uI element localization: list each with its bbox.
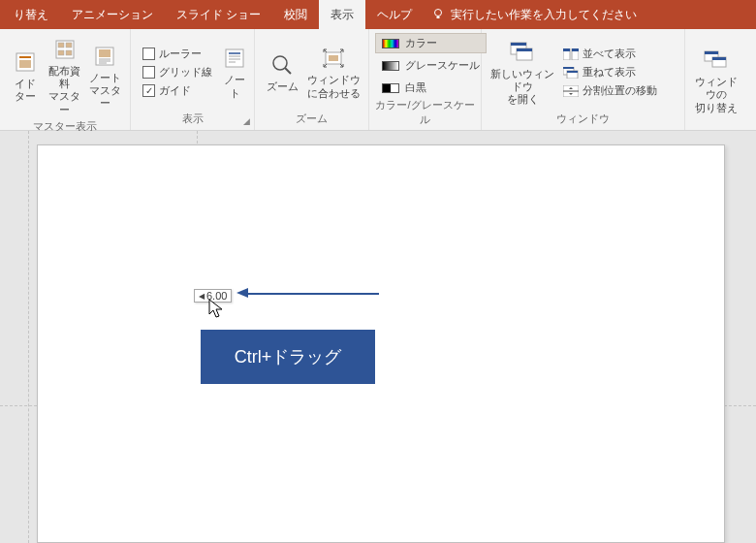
- tell-me-label: 実行したい作業を入力してください: [451, 7, 637, 23]
- arrow-head-icon: [236, 288, 248, 298]
- svg-rect-28: [563, 48, 570, 51]
- svg-rect-38: [705, 51, 718, 54]
- group-color-label: カラー/グレースケール: [375, 98, 475, 129]
- ruler-label: ルーラー: [159, 47, 202, 61]
- ribbon-tab-bar: り替え アニメーション スライド ショー 校閲 表示 ヘルプ 実行したい作業を入…: [0, 0, 756, 29]
- notes-master-label: ノート マスター: [87, 72, 123, 111]
- handout-master-icon: [51, 36, 79, 63]
- checkbox-icon: [142, 66, 155, 79]
- color-button[interactable]: カラー: [375, 33, 487, 53]
- notes-master-icon: [91, 43, 118, 70]
- svg-line-20: [285, 68, 291, 74]
- svg-rect-5: [58, 43, 64, 48]
- shape-text: Ctrl+ドラッグ: [235, 345, 342, 368]
- svg-rect-26: [517, 48, 532, 51]
- new-window-label: 新しいウィンドウ を開く: [488, 68, 556, 107]
- arrange-all-button[interactable]: 並べて表示: [559, 46, 661, 62]
- svg-rect-22: [329, 55, 338, 61]
- svg-rect-7: [58, 50, 64, 55]
- zoom-label: ズーム: [267, 80, 299, 93]
- split-icon: [563, 84, 579, 98]
- bw-swatch-icon: [382, 83, 399, 93]
- group-switch-windows: ウィンドウの 切り替え: [685, 29, 747, 130]
- arrow-line: [248, 293, 379, 295]
- svg-rect-6: [66, 43, 72, 48]
- fit-window-icon: [320, 45, 347, 72]
- checkbox-icon: [142, 48, 155, 60]
- gridlines-label: グリッド線: [159, 65, 212, 80]
- slide-master-icon: [12, 48, 39, 76]
- svg-rect-30: [572, 48, 579, 51]
- checkbox-checked-icon: ✓: [142, 84, 155, 97]
- svg-rect-2: [19, 56, 31, 58]
- switch-windows-icon: [703, 47, 730, 74]
- switch-windows-button[interactable]: ウィンドウの 切り替え: [691, 44, 741, 117]
- group-window-label: ウィンドウ: [488, 112, 678, 128]
- svg-rect-8: [66, 50, 72, 55]
- cascade-label: 重ねて表示: [583, 65, 636, 80]
- svg-rect-34: [567, 71, 578, 73]
- guide-position-tooltip: ◀ 6.00: [194, 289, 232, 303]
- tab-transitions[interactable]: り替え: [2, 0, 60, 29]
- fit-window-button[interactable]: ウィンドウ に合わせる: [305, 42, 362, 102]
- tab-review[interactable]: 校閲: [272, 0, 319, 29]
- slide-master-button[interactable]: イド ター: [6, 46, 44, 106]
- guide-position-value: 6.00: [206, 290, 227, 302]
- notes-pane-label: ノー ト: [224, 74, 245, 99]
- blackwhite-button[interactable]: 白黒: [375, 78, 487, 98]
- slide[interactable]: [37, 144, 725, 543]
- fit-window-label: ウィンドウ に合わせる: [307, 74, 361, 99]
- cascade-icon: [563, 66, 579, 80]
- svg-rect-32: [563, 67, 574, 69]
- grayscale-button[interactable]: グレースケール: [375, 55, 487, 76]
- gridlines-checkbox[interactable]: グリッド線: [142, 65, 212, 80]
- svg-rect-14: [226, 49, 243, 67]
- cascade-button[interactable]: 重ねて表示: [559, 64, 661, 80]
- zoom-button[interactable]: ズーム: [261, 48, 303, 96]
- tab-animations[interactable]: アニメーション: [60, 0, 165, 29]
- blackwhite-label: 白黒: [405, 80, 426, 95]
- notes-icon: [221, 45, 248, 72]
- guide-vertical-left[interactable]: [28, 131, 29, 543]
- zoom-icon: [268, 51, 296, 79]
- ruler-checkbox[interactable]: ルーラー: [142, 47, 212, 61]
- notes-master-button[interactable]: ノート マスター: [86, 40, 124, 113]
- guides-label: ガイド: [159, 83, 191, 98]
- svg-rect-10: [99, 49, 110, 57]
- arrange-label: 並べて表示: [583, 47, 636, 61]
- svg-point-19: [273, 56, 287, 70]
- svg-rect-40: [712, 57, 726, 60]
- show-dialog-launcher[interactable]: ◢: [240, 116, 252, 128]
- arrange-icon: [563, 48, 579, 61]
- guides-checkbox[interactable]: ✓ ガイド: [142, 83, 212, 98]
- shape-rectangle[interactable]: Ctrl+ドラッグ: [201, 330, 375, 384]
- svg-rect-3: [19, 60, 31, 68]
- color-swatch-icon: [382, 39, 399, 48]
- svg-point-0: [435, 10, 442, 16]
- slide-master-label: イド ター: [15, 78, 36, 103]
- tab-view[interactable]: 表示: [319, 0, 365, 29]
- handout-master-label: 配布資料 マスター: [47, 65, 82, 116]
- color-label: カラー: [405, 36, 437, 50]
- new-window-button[interactable]: 新しいウィンドウ を開く: [488, 36, 557, 110]
- ribbon: イド ター 配布資料 マスター ノート マスター マスター表示: [0, 29, 756, 131]
- split-label: 分割位置の移動: [583, 83, 657, 98]
- group-show: ルーラー グリッド線 ✓ ガイド ノー ト 表示 ◢: [131, 29, 255, 130]
- group-show-label: 表示: [137, 112, 248, 128]
- tell-me-search[interactable]: 実行したい作業を入力してください: [424, 7, 645, 23]
- group-master-views: イド ター 配布資料 マスター ノート マスター マスター表示: [0, 29, 131, 130]
- slide-canvas-area: ◀ 6.00 Ctrl+ドラッグ: [0, 131, 756, 543]
- group-zoom: ズーム ウィンドウ に合わせる ズーム: [255, 29, 369, 130]
- move-split-button[interactable]: 分割位置の移動: [559, 82, 661, 99]
- group-zoom-label: ズーム: [261, 112, 362, 128]
- notes-pane-button[interactable]: ノー ト: [220, 42, 249, 102]
- lightbulb-icon: [431, 8, 445, 21]
- group-color: カラー グレースケール 白黒 カラー/グレースケール: [369, 29, 482, 130]
- svg-rect-24: [511, 43, 526, 46]
- handout-master-button[interactable]: 配布資料 マスター: [46, 33, 83, 119]
- group-window: 新しいウィンドウ を開く 並べて表示 重ねて表示 分割位置の移動 ウィンドウ: [482, 29, 685, 130]
- tab-slideshow[interactable]: スライド ショー: [165, 0, 272, 29]
- grayscale-label: グレースケール: [405, 58, 480, 73]
- triangle-left-icon: ◀: [199, 292, 205, 301]
- tab-help[interactable]: ヘルプ: [365, 0, 424, 29]
